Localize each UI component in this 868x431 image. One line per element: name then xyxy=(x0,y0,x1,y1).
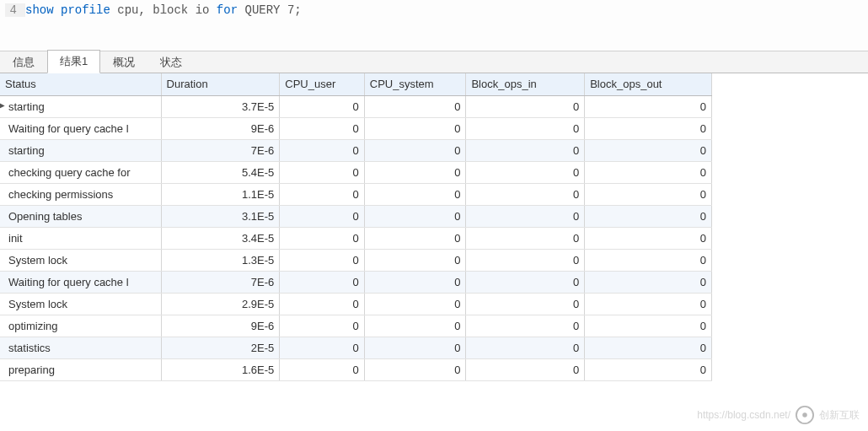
cell-value: 0 xyxy=(466,293,585,315)
cell-value: 1.6E-5 xyxy=(161,358,280,380)
cell-value: 3.7E-5 xyxy=(161,95,280,117)
table-row[interactable]: checking permissions1.1E-50000 xyxy=(0,183,712,205)
table-row[interactable]: statistics2E-50000 xyxy=(0,337,712,358)
table-row[interactable]: checking query cache for5.4E-50000 xyxy=(0,161,712,183)
col-Duration[interactable]: Duration xyxy=(161,73,280,95)
result-tabstrip: 信息结果1概况状态 xyxy=(0,51,868,73)
cell-value: 2E-5 xyxy=(161,337,280,358)
cell-value: 0 xyxy=(280,205,365,227)
cell-status: Waiting for query cache l xyxy=(0,271,161,293)
cell-value: 0 xyxy=(364,249,466,271)
table-row[interactable]: ▶starting3.7E-50000 xyxy=(0,95,712,117)
tab-信息[interactable]: 信息 xyxy=(0,51,47,73)
svg-point-1 xyxy=(802,412,807,418)
cell-value: 0 xyxy=(585,271,712,293)
cell-status: Waiting for query cache l xyxy=(0,117,161,139)
cell-value: 3.1E-5 xyxy=(161,205,280,227)
sql-editor[interactable]: 4 show profile cpu, block io for QUERY 7… xyxy=(0,0,868,51)
table-row[interactable]: starting7E-60000 xyxy=(0,139,712,161)
cell-value: 0 xyxy=(280,337,365,358)
cell-value: 0 xyxy=(280,249,365,271)
cell-value: 0 xyxy=(585,293,712,315)
cell-value: 0 xyxy=(280,227,365,249)
table-row[interactable]: Waiting for query cache l7E-60000 xyxy=(0,271,712,293)
cell-value: 0 xyxy=(585,249,712,271)
cell-value: 0 xyxy=(280,315,365,337)
cell-value: 9E-6 xyxy=(161,315,280,337)
cell-status: init xyxy=(0,227,161,249)
cell-value: 0 xyxy=(585,183,712,205)
cell-value: 0 xyxy=(280,293,365,315)
cell-value: 0 xyxy=(280,139,365,161)
cell-value: 0 xyxy=(466,315,585,337)
tab-状态[interactable]: 状态 xyxy=(147,51,195,73)
table-row[interactable]: Waiting for query cache l9E-60000 xyxy=(0,117,712,139)
cell-value: 0 xyxy=(466,161,585,183)
cell-value: 0 xyxy=(280,95,365,117)
cell-value: 0 xyxy=(280,117,365,139)
cell-value: 0 xyxy=(280,358,365,380)
cell-value: 0 xyxy=(364,227,466,249)
cell-value: 0 xyxy=(466,139,585,161)
cell-value: 5.4E-5 xyxy=(161,161,280,183)
cell-value: 0 xyxy=(585,205,712,227)
cell-value: 0 xyxy=(364,315,466,337)
cell-value: 0 xyxy=(466,271,585,293)
cell-value: 0 xyxy=(364,117,466,139)
col-Block_ops_in[interactable]: Block_ops_in xyxy=(466,73,585,95)
cell-value: 0 xyxy=(585,139,712,161)
current-row-marker-icon: ▶ xyxy=(0,100,5,110)
table-row[interactable]: init3.4E-50000 xyxy=(0,227,712,249)
cell-value: 0 xyxy=(364,139,466,161)
cell-value: 0 xyxy=(364,95,466,117)
cell-value: 0 xyxy=(280,161,365,183)
cell-value: 0 xyxy=(585,161,712,183)
cell-status: statistics xyxy=(0,337,161,358)
watermark-text: 创新互联 xyxy=(819,408,860,423)
cell-value: 0 xyxy=(585,337,712,358)
cell-value: 0 xyxy=(466,205,585,227)
cell-status: System lock xyxy=(0,249,161,271)
cell-value: 0 xyxy=(280,271,365,293)
cell-status: starting xyxy=(0,139,161,161)
cell-value: 0 xyxy=(364,183,466,205)
watermark: https://blog.csdn.net/ 创新互联 xyxy=(697,406,860,424)
tab-结果1[interactable]: 结果1 xyxy=(47,50,100,73)
cell-value: 0 xyxy=(585,95,712,117)
cell-value: 1.1E-5 xyxy=(161,183,280,205)
table-row[interactable]: System lock2.9E-50000 xyxy=(0,293,712,315)
cell-value: 0 xyxy=(364,161,466,183)
sql-code: show profile cpu, block io for QUERY 7; xyxy=(25,3,302,17)
cell-value: 9E-6 xyxy=(161,117,280,139)
cell-value: 0 xyxy=(466,183,585,205)
table-row[interactable]: preparing1.6E-50000 xyxy=(0,358,712,380)
svg-point-0 xyxy=(796,407,813,423)
cell-status: ▶starting xyxy=(0,95,161,117)
watermark-url: https://blog.csdn.net/ xyxy=(697,409,790,421)
cell-value: 0 xyxy=(466,249,585,271)
col-Status[interactable]: Status xyxy=(0,73,161,95)
line-number: 4 xyxy=(5,3,25,17)
tab-概况[interactable]: 概况 xyxy=(100,51,147,73)
cell-value: 3.4E-5 xyxy=(161,227,280,249)
col-CPU_user[interactable]: CPU_user xyxy=(280,73,365,95)
cell-value: 0 xyxy=(466,358,585,380)
cell-status: checking query cache for xyxy=(0,161,161,183)
col-CPU_system[interactable]: CPU_system xyxy=(364,73,466,95)
cell-status: preparing xyxy=(0,358,161,380)
cell-value: 0 xyxy=(466,117,585,139)
cell-value: 0 xyxy=(585,227,712,249)
cell-value: 0 xyxy=(466,337,585,358)
logo-icon xyxy=(796,406,814,424)
table-row[interactable]: System lock1.3E-50000 xyxy=(0,249,712,271)
table-row[interactable]: Opening tables3.1E-50000 xyxy=(0,205,712,227)
col-Block_ops_out[interactable]: Block_ops_out xyxy=(585,73,712,95)
cell-value: 0 xyxy=(364,205,466,227)
cell-value: 0 xyxy=(280,183,365,205)
cell-value: 0 xyxy=(466,227,585,249)
table-row[interactable]: optimizing9E-60000 xyxy=(0,315,712,337)
cell-value: 0 xyxy=(585,117,712,139)
cell-value: 0 xyxy=(364,358,466,380)
cell-value: 0 xyxy=(466,95,585,117)
cell-value: 2.9E-5 xyxy=(161,293,280,315)
